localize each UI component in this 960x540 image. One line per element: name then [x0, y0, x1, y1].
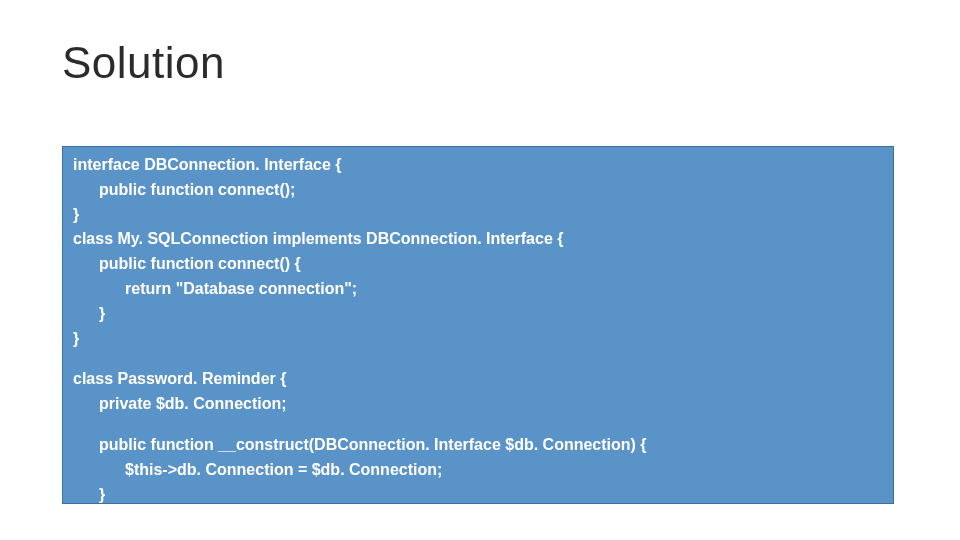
- blank-line: [73, 351, 883, 367]
- code-block: interface DBConnection. Interface { publ…: [62, 146, 894, 504]
- code-line: $this->db. Connection = $db. Connection;: [73, 458, 883, 483]
- code-line: public function connect();: [73, 178, 883, 203]
- code-line: }: [73, 507, 883, 532]
- slide: Solution interface DBConnection. Interfa…: [0, 0, 960, 540]
- code-line: class Password. Reminder {: [73, 367, 883, 392]
- blank-line: [73, 417, 883, 433]
- code-line: public function connect() {: [73, 252, 883, 277]
- code-line: public function __construct(DBConnection…: [73, 433, 883, 458]
- code-line: }: [73, 203, 883, 228]
- code-line: return "Database connection";: [73, 277, 883, 302]
- slide-title: Solution: [62, 38, 225, 88]
- code-line: }: [73, 302, 883, 327]
- code-line: interface DBConnection. Interface {: [73, 153, 883, 178]
- code-line: }: [73, 327, 883, 352]
- code-line: }: [73, 483, 883, 508]
- code-line: private $db. Connection;: [73, 392, 883, 417]
- code-line: class My. SQLConnection implements DBCon…: [73, 227, 883, 252]
